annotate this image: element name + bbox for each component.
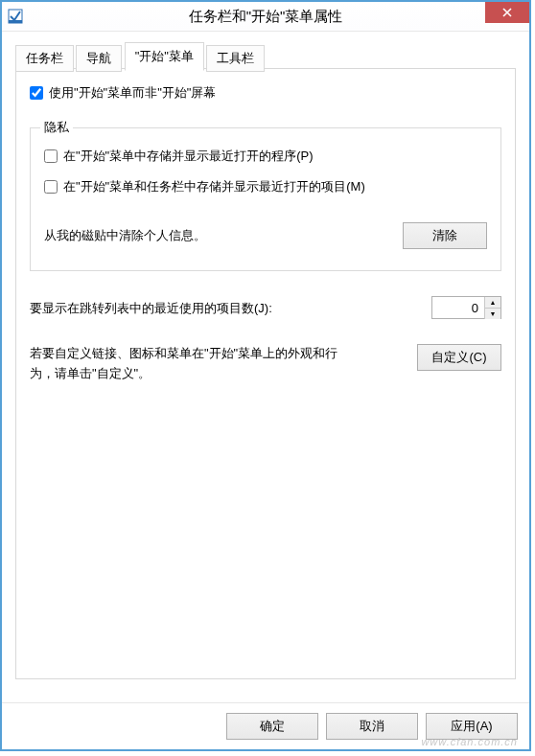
jumplist-row: 要显示在跳转列表中的最近使用的项目数(J): ▲ ▼: [30, 296, 501, 319]
client-area: 任务栏 导航 "开始"菜单 工具栏 使用"开始"菜单而非"开始"屏幕 隐私 在"…: [2, 32, 529, 702]
clear-button[interactable]: 清除: [403, 222, 487, 249]
close-icon: [502, 8, 512, 17]
tab-start-menu[interactable]: "开始"菜单: [125, 42, 204, 71]
spinner-buttons: ▲ ▼: [484, 297, 500, 319]
jumplist-input[interactable]: [432, 298, 484, 317]
tab-strip: 任务栏 导航 "开始"菜单 工具栏: [15, 43, 516, 68]
store-items-input[interactable]: [44, 180, 58, 194]
store-programs-label: 在"开始"菜单中存储并显示最近打开的程序(P): [63, 148, 314, 165]
store-programs-checkbox[interactable]: 在"开始"菜单中存储并显示最近打开的程序(P): [44, 148, 487, 165]
spinner-down[interactable]: ▼: [484, 309, 500, 319]
privacy-legend: 隐私: [40, 119, 73, 136]
titlebar: 任务栏和"开始"菜单属性: [2, 2, 529, 32]
privacy-group: 隐私 在"开始"菜单中存储并显示最近打开的程序(P) 在"开始"菜单和任务栏中存…: [30, 127, 501, 271]
spinner-up[interactable]: ▲: [484, 297, 500, 309]
store-items-label: 在"开始"菜单和任务栏中存储并显示最近打开的项目(M): [63, 178, 365, 195]
cancel-button[interactable]: 取消: [326, 713, 418, 740]
dialog-footer: 确定 取消 应用(A): [2, 702, 529, 749]
apply-button[interactable]: 应用(A): [426, 713, 518, 740]
clear-text: 从我的磁贴中清除个人信息。: [44, 227, 206, 244]
tab-taskbar[interactable]: 任务栏: [15, 45, 74, 72]
use-start-menu-label: 使用"开始"菜单而非"开始"屏幕: [49, 84, 216, 102]
customize-text: 若要自定义链接、图标和菜单在"开始"菜单上的外观和行为，请单击"自定义"。: [30, 344, 356, 384]
dialog-window: 任务栏和"开始"菜单属性 任务栏 导航 "开始"菜单 工具栏 使用"开始"菜单而…: [0, 0, 531, 751]
use-start-menu-checkbox[interactable]: 使用"开始"菜单而非"开始"屏幕: [30, 84, 216, 102]
ok-button[interactable]: 确定: [226, 713, 318, 740]
tab-toolbars[interactable]: 工具栏: [206, 45, 265, 72]
window-title: 任务栏和"开始"菜单属性: [2, 8, 529, 26]
store-programs-input[interactable]: [44, 149, 58, 163]
tab-navigation[interactable]: 导航: [76, 45, 122, 72]
jumplist-spinner[interactable]: ▲ ▼: [431, 296, 501, 319]
store-items-checkbox[interactable]: 在"开始"菜单和任务栏中存储并显示最近打开的项目(M): [44, 178, 487, 195]
customize-row: 若要自定义链接、图标和菜单在"开始"菜单上的外观和行为，请单击"自定义"。 自定…: [30, 344, 501, 384]
close-button[interactable]: [485, 2, 529, 23]
customize-button[interactable]: 自定义(C): [417, 344, 501, 371]
tab-panel-start-menu: 使用"开始"菜单而非"开始"屏幕 隐私 在"开始"菜单中存储并显示最近打开的程序…: [15, 68, 516, 679]
clear-row: 从我的磁贴中清除个人信息。 清除: [44, 222, 487, 249]
jumplist-label: 要显示在跳转列表中的最近使用的项目数(J):: [30, 296, 272, 317]
use-start-menu-input[interactable]: [30, 86, 43, 100]
